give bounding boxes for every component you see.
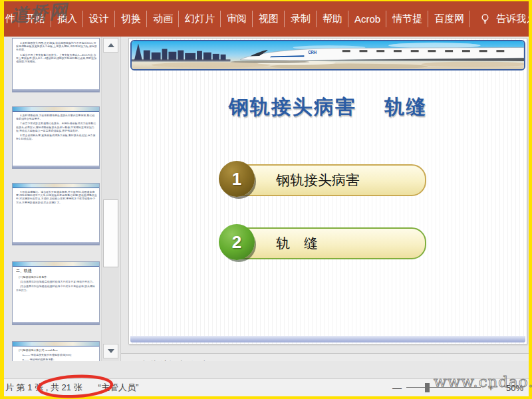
slide-title-textbox[interactable]: 钢轨接头病害 轨缝 <box>129 94 527 121</box>
thumbnail-train-banner <box>13 342 99 346</box>
slide-thumbnail[interactable]: 9.铁轨支嘴整治。适当延长外股道床宽度,并分层夯拍,培固道床宽度,消除支嘴处错牙… <box>12 183 100 245</box>
tab-storyboarding[interactable]: 情节提 <box>386 1 428 37</box>
tab-label: 审阅 <box>227 13 247 25</box>
thumbnail-text: 6.及时调整轨缝,大轨缝和瞎缝是造成接头病害的主要原因,整治轨缝必须符合规定要求… <box>16 114 97 164</box>
tab-label: 开始 <box>25 13 45 25</box>
tab-transitions[interactable]: 切换 <box>115 1 147 37</box>
tab-label: 视图 <box>259 13 279 25</box>
thumbnail-text: (二)预留轨缝计算公式: a₀=αLΔt+c a₀—— 钢轨连接夹板的标准预留轨… <box>16 348 97 361</box>
tab-file-clipped[interactable]: 件 <box>4 1 19 37</box>
tab-label: 幻灯片 <box>185 13 215 25</box>
workspace: 4.及时捣固接头周围,左右捣实,轨底捣固捣实均匀不得超过3mm,可采用调整垫板及… <box>4 37 529 378</box>
zoom-in-button[interactable]: + <box>487 382 495 393</box>
status-bar: 片 第 1 张 , 共 21 张 “主管人员” — + 50% <box>4 378 529 396</box>
scrollbar-thumb[interactable] <box>103 200 118 267</box>
svg-text:CRH: CRH <box>308 50 317 55</box>
person-plus-icon <box>526 14 529 25</box>
zoom-slider-track[interactable] <box>406 383 481 392</box>
tab-label: 动画 <box>153 13 173 25</box>
slide-thumbnail[interactable]: (二)预留轨缝计算公式: a₀=αLΔt+c a₀—— 钢轨连接夹板的标准预留轨… <box>12 341 100 361</box>
tab-label: Acrob <box>354 13 380 25</box>
slide-thumbnail[interactable]: 4.及时捣固接头周围,左右捣实,轨底捣固捣实均匀不得超过3mm,可采用调整垫板及… <box>12 38 100 92</box>
proofing-language-indicator: “主管人员” <box>98 382 139 394</box>
thumbnail-train-banner <box>13 262 99 267</box>
tab-label: 帮助 <box>323 13 342 25</box>
tab-help[interactable]: 帮助 <box>317 1 348 37</box>
tab-insert[interactable]: 插入 <box>51 1 83 37</box>
presentation-app-window: 件 开始 插入 设计 切换 动画 幻灯片 审阅 视图 录制 帮助 Acrob 情… <box>4 1 529 396</box>
slide-editing-area: CRH 钢轨接头病害 轨缝 <box>121 37 529 361</box>
slide-bottom-bar-decoration <box>130 336 525 342</box>
tell-me-button[interactable]: 告诉我 <box>479 13 526 25</box>
train-banner-image[interactable]: CRH <box>130 40 525 70</box>
notes-pane[interactable]: 单击此处添加备注 <box>121 354 529 361</box>
share-button[interactable]: 共享 <box>526 13 529 25</box>
tab-label: 百度网 <box>434 13 464 25</box>
tab-record[interactable]: 录制 <box>285 1 317 37</box>
tab-label: 情节提 <box>392 13 422 25</box>
train-illustration: CRH <box>132 41 524 69</box>
agenda-item-2-number-badge[interactable]: 2 <box>219 224 255 260</box>
slide-number-indicator: 片 第 1 张 , 共 21 张 <box>5 382 82 394</box>
thumbnails-scrollbar[interactable] <box>101 37 119 361</box>
tab-animations[interactable]: 动画 <box>147 1 179 37</box>
tab-design[interactable]: 设计 <box>83 1 115 37</box>
ribbon-tab-bar: 件 开始 插入 设计 切换 动画 幻灯片 审阅 视图 录制 帮助 Acrob 情… <box>4 1 529 37</box>
slide-thumbnail[interactable]: 二、轨缝 (一)预留轨缝的基本条件: (1)当温度达到当地最高轨温时轨缝大于或等… <box>12 261 100 325</box>
notes-placeholder: 单击此处添加备注 <box>129 360 529 361</box>
slide-thumbnail[interactable]: 6.及时调整轨缝,大轨缝和瞎缝是造成接头病害的主要原因,整治轨缝必须符合规定要求… <box>12 106 100 169</box>
agenda-item-2-label: 轨 缝 <box>276 234 318 253</box>
zoom-out-button[interactable]: — <box>392 382 400 393</box>
zoom-slider-thumb[interactable] <box>425 383 430 392</box>
tell-me-label: 告诉我 <box>496 13 526 25</box>
screenshot-yellow-frame: 件 开始 插入 设计 切换 动画 幻灯片 审阅 视图 录制 帮助 Acrob 情… <box>0 0 532 399</box>
thumbnail-train-banner <box>13 107 99 112</box>
scroll-up-button[interactable] <box>103 38 118 53</box>
thumbnail-train-banner <box>13 184 99 188</box>
zoom-controls: — + 50% <box>392 382 523 393</box>
tab-label: 录制 <box>291 13 311 25</box>
tab-slideshow[interactable]: 幻灯片 <box>179 1 221 37</box>
tab-label: 插入 <box>57 13 77 25</box>
tab-view[interactable]: 视图 <box>253 1 285 37</box>
scroll-down-button[interactable] <box>103 344 118 358</box>
thumbnail-text: 9.铁轨支嘴整治。适当延长外股道床宽度,并分层夯拍,培固道床宽度,消除支嘴处错牙… <box>16 190 97 241</box>
lightbulb-icon <box>479 13 491 25</box>
tab-label: 设计 <box>89 13 109 25</box>
thumbnail-text: 4.及时捣固接头周围,左右捣实,轨底捣固捣实均匀不得超过3mm,可采用调整垫板及… <box>16 41 97 88</box>
tab-acrobat[interactable]: Acrob <box>348 1 386 37</box>
slide-canvas[interactable]: CRH 钢轨接头病害 轨缝 <box>128 38 527 344</box>
agenda-item-1-number-badge[interactable]: 1 <box>219 161 255 197</box>
tab-label: 切换 <box>121 13 141 25</box>
slide-thumbnails-panel: 4.及时捣固接头周围,左右捣实,轨底捣固捣实均匀不得超过3mm,可采用调整垫板及… <box>4 37 121 361</box>
agenda-item-1-label: 钢轨接头病害 <box>276 171 360 190</box>
thumbnail-text: 二、轨缝 (一)预留轨缝的基本条件: (1)当温度达到当地最高轨温时轨缝大于或等… <box>16 269 97 321</box>
tab-home[interactable]: 开始 <box>19 1 51 37</box>
zoom-level-indicator[interactable]: 50% <box>501 383 523 393</box>
tab-baidu-netdisk[interactable]: 百度网 <box>428 1 470 37</box>
triangle-up-icon <box>108 43 114 47</box>
triangle-down-icon <box>108 349 114 353</box>
tab-label: 件 <box>5 13 15 25</box>
tab-review[interactable]: 审阅 <box>221 1 253 37</box>
